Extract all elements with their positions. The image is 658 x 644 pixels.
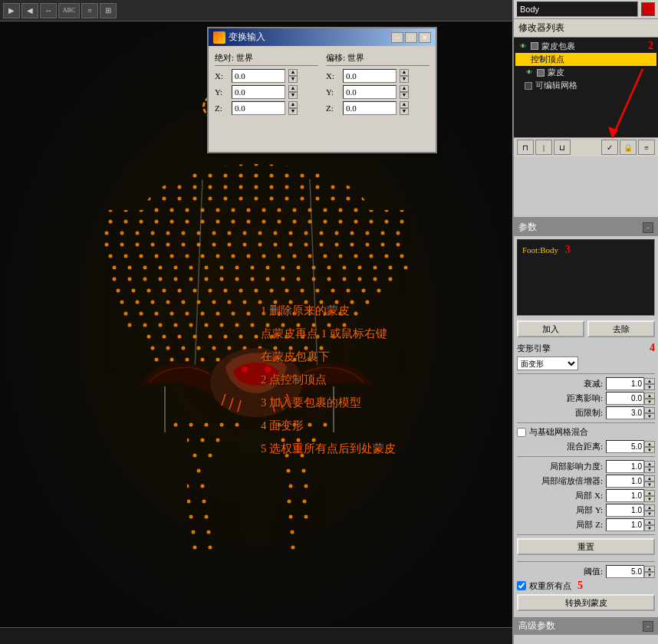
x-off-down[interactable]: ▼ [400, 76, 409, 83]
z-abs-down[interactable]: ▼ [288, 108, 298, 115]
local-z-input[interactable] [606, 518, 644, 531]
lx-down[interactable]: ▼ [644, 496, 655, 502]
mod-tool-lock[interactable]: 🔒 [620, 140, 637, 155]
params-collapse-btn[interactable]: - [643, 222, 653, 233]
ly-down[interactable]: ▼ [644, 511, 655, 517]
vp-btn-5[interactable]: ≡ [81, 3, 98, 18]
x-offset-input[interactable] [343, 69, 396, 83]
li-up[interactable]: ▲ [644, 461, 655, 467]
mod-tool-move-down[interactable]: ⊔ [554, 140, 571, 155]
y-offset-input[interactable] [343, 85, 396, 99]
blend-dist-input[interactable] [606, 440, 644, 453]
z-abs-up[interactable]: ▲ [288, 101, 298, 108]
modifier-item-skin[interactable]: 👁 蒙皮 [515, 66, 656, 79]
x-abs-up[interactable]: ▲ [288, 69, 298, 76]
reset-button[interactable]: 重置 [517, 538, 655, 555]
mod-tool-check[interactable]: ✓ [601, 140, 618, 155]
ls-down[interactable]: ▼ [644, 481, 655, 488]
deform-type-select[interactable]: 面变形 [517, 356, 578, 370]
local-influence-spinner[interactable]: ▲ ▼ [644, 461, 655, 473]
remove-model-button[interactable]: 去除 [587, 320, 655, 337]
falloff-up[interactable]: ▲ [644, 378, 655, 384]
mod-tool-config[interactable]: ≡ [638, 140, 655, 155]
model-list-item[interactable]: Foot:Body 3 [521, 243, 651, 257]
x-abs-spinner[interactable]: ▲ ▼ [288, 69, 298, 83]
distance-down[interactable]: ▼ [644, 399, 655, 405]
local-scale-spinner[interactable]: ▲ ▼ [644, 475, 655, 488]
face-limit-down[interactable]: ▼ [644, 413, 655, 419]
blend-checkbox[interactable] [517, 428, 526, 437]
face-limit-spinner[interactable]: ▲ ▼ [644, 407, 655, 419]
lx-spinner[interactable]: ▲ ▼ [644, 490, 655, 502]
face-limit-up[interactable]: ▲ [644, 407, 655, 413]
z-off-down[interactable]: ▼ [400, 108, 409, 115]
threshold-input[interactable] [606, 565, 644, 578]
z-abs-spinner[interactable]: ▲ ▼ [288, 101, 298, 115]
blend-dist-up[interactable]: ▲ [644, 441, 655, 447]
threshold-spinner[interactable]: ▲ ▼ [644, 566, 655, 578]
advanced-collapse-btn[interactable]: - [643, 621, 653, 632]
vp-btn-1[interactable]: ▶ [3, 3, 20, 18]
dialog-minimize-button[interactable]: ─ [391, 32, 403, 43]
dialog-maximize-button[interactable]: □ [405, 32, 417, 43]
z-offset-input[interactable] [343, 101, 396, 115]
model-list-box[interactable]: Foot:Body 3 [517, 239, 655, 316]
modifier-item-control-vertex[interactable]: 控制顶点 [515, 53, 656, 66]
object-name-input[interactable] [517, 2, 638, 17]
y-off-down[interactable]: ▼ [400, 92, 409, 99]
face-limit-input[interactable] [606, 406, 644, 419]
distance-input[interactable] [606, 392, 644, 405]
x-off-spinner[interactable]: ▲ ▼ [400, 69, 409, 83]
lz-spinner[interactable]: ▲ ▼ [644, 519, 655, 531]
lz-up[interactable]: ▲ [644, 519, 655, 525]
falloff-spinner[interactable]: ▲ ▼ [644, 378, 655, 390]
ly-up[interactable]: ▲ [644, 504, 655, 511]
y-off-spinner[interactable]: ▲ ▼ [400, 85, 409, 99]
distance-up[interactable]: ▲ [644, 393, 655, 399]
modifier-item-skin-wrap[interactable]: 👁 蒙皮包裹 2 [515, 39, 656, 53]
object-color-swatch[interactable] [641, 2, 655, 16]
y-off-up[interactable]: ▲ [400, 85, 409, 92]
vp-btn-6[interactable]: ⊞ [100, 3, 117, 18]
vp-btn-2[interactable]: ◀ [21, 3, 38, 18]
blend-dist-spinner[interactable]: ▲ ▼ [644, 441, 655, 453]
local-influence-input[interactable] [606, 460, 644, 473]
transform-input-dialog[interactable]: 变换输入 ─ □ ✕ 绝对: 世界 X: ▲ ▼ Y: ▲ [207, 27, 437, 153]
mod-tool-pin[interactable]: ⊓ [517, 140, 534, 155]
falloff-down[interactable]: ▼ [644, 384, 655, 390]
convert-to-skin-button[interactable]: 转换到蒙皮 [517, 594, 655, 611]
z-off-up[interactable]: ▲ [400, 101, 409, 108]
local-scale-input[interactable] [606, 475, 644, 488]
params-header[interactable]: 参数 - [514, 219, 658, 236]
modifier-item-editable-mesh[interactable]: 可编辑网格 [515, 79, 656, 92]
local-x-input[interactable] [606, 489, 644, 502]
z-absolute-input[interactable] [232, 101, 285, 115]
falloff-input[interactable] [606, 377, 644, 390]
x-off-up[interactable]: ▲ [400, 69, 409, 76]
mod-tool-move-up[interactable]: | [535, 140, 552, 155]
advanced-params-header[interactable]: 高级参数 - [514, 617, 658, 635]
lz-down[interactable]: ▼ [644, 525, 655, 531]
t-up[interactable]: ▲ [644, 566, 655, 572]
y-absolute-input[interactable] [232, 85, 285, 99]
x-absolute-input[interactable] [232, 69, 285, 83]
add-model-button[interactable]: 加入 [517, 320, 584, 337]
local-y-input[interactable] [606, 504, 644, 517]
t-down[interactable]: ▼ [644, 572, 655, 578]
blend-dist-down[interactable]: ▼ [644, 447, 655, 453]
distance-spinner[interactable]: ▲ ▼ [644, 393, 655, 405]
y-abs-spinner[interactable]: ▲ ▼ [288, 85, 298, 99]
weight-all-checkbox[interactable] [517, 581, 526, 590]
dialog-close-button[interactable]: ✕ [419, 32, 431, 43]
y-abs-up[interactable]: ▲ [288, 85, 298, 92]
x-abs-down[interactable]: ▼ [288, 76, 298, 83]
lx-up[interactable]: ▲ [644, 490, 655, 496]
vp-btn-3[interactable]: ↔ [40, 3, 57, 18]
ly-spinner[interactable]: ▲ ▼ [644, 504, 655, 517]
y-abs-down[interactable]: ▼ [288, 92, 298, 99]
li-down[interactable]: ▼ [644, 467, 655, 473]
vp-btn-4[interactable]: ABC [58, 3, 80, 18]
z-off-spinner[interactable]: ▲ ▼ [400, 101, 409, 115]
dialog-window-controls[interactable]: ─ □ ✕ [391, 32, 431, 43]
ls-up[interactable]: ▲ [644, 475, 655, 481]
